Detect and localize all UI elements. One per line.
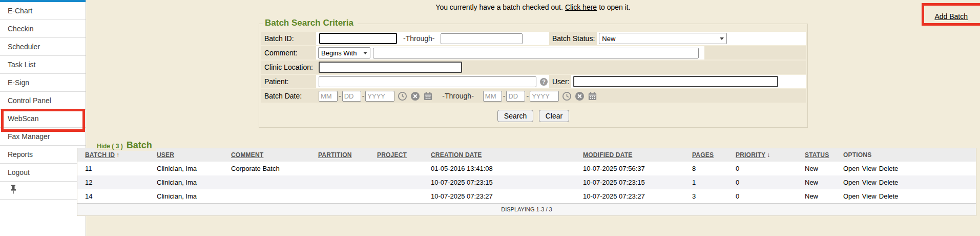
hide-results-link[interactable]: Hide ( 3 ) [97,143,123,150]
user-label: User: [549,75,571,88]
batch-date-to-dd-input[interactable] [506,91,525,102]
notice-text-after: to open it. [599,3,631,11]
table-row: 11Clinician, ImaCorporate Batch01-05-201… [77,162,976,175]
webscan-screen: E-ChartCheckinSchedulerTask ListE-SignCo… [0,0,980,236]
column-label[interactable]: MODIFIED DATE [583,151,632,159]
batch-id-from-input[interactable] [319,33,397,44]
clock-icon[interactable] [562,91,572,101]
through-label: -Through- [442,92,473,100]
clear-date-icon[interactable] [410,91,420,101]
column-label[interactable]: PAGES [692,151,714,159]
user-input[interactable] [573,76,778,87]
batch-results-legend: Hide ( 3 ) Batch [95,140,156,151]
cell-modified-date: 10-07-2025 07:23:27 [575,189,684,203]
batch-search-criteria-title: Batch Search Criteria [263,18,358,28]
column-header-modified-date[interactable]: MODIFIED DATE [575,148,684,162]
column-header-project[interactable]: PROJECT [369,148,423,162]
sidebar-item-control-panel[interactable]: Control Panel [0,92,86,110]
cell-pages: 8 [684,162,728,175]
patient-label: Patient: [261,75,316,88]
click-here-link[interactable]: Click here [565,3,597,11]
column-header-user[interactable]: USER [149,148,223,162]
batch-date-from-dd-input[interactable] [342,91,361,102]
sidebar-item-reports[interactable]: Reports [0,146,86,164]
column-label[interactable]: BATCH ID [85,151,115,159]
sidebar-item-checkin[interactable]: Checkin [0,20,86,38]
sidebar-item-logout[interactable]: Logout [0,164,86,182]
cell-pages: 3 [684,189,728,203]
delete-link[interactable]: Delete [879,179,899,186]
column-label[interactable]: PROJECT [377,151,407,159]
batch-date-to-yyyy-input[interactable] [530,91,559,102]
column-label[interactable]: PRIORITY [736,151,765,159]
date-dash: - [503,92,506,100]
table-row: 14Clinician, Ima10-07-2025 07:23:2710-07… [77,189,976,203]
cell-modified-date: 10-07-2025 07:23:15 [575,175,684,189]
results-paging-status: DISPLAYING 1-3 / 3 [77,203,976,215]
batch-status-selected-value: New [602,35,615,43]
column-label[interactable]: PARTITION [318,151,352,159]
cell-options: OpenViewDelete [836,189,976,203]
column-header-pages[interactable]: PAGES [684,148,728,162]
sidebar-item-webscan[interactable]: WebScan [0,110,86,128]
patient-input[interactable] [319,76,536,87]
calendar-icon[interactable] [588,91,597,101]
clear-date-icon[interactable] [575,91,585,101]
column-label[interactable]: STATUS [805,151,829,159]
cell-project [369,175,423,189]
form-buttons-row: Search Clear [261,110,806,122]
clock-icon[interactable] [398,91,407,101]
cell-user: Clinician, Ima [149,162,223,175]
cell-partition [310,175,369,189]
cell-modified-date: 10-07-2025 07:56:37 [575,162,684,175]
cell-status: New [797,162,836,175]
column-label: OPTIONS [843,151,871,159]
add-batch-link[interactable]: Add Batch [934,12,968,21]
batch-date-from-mm-input[interactable] [319,91,338,102]
batch-status-select[interactable]: New [599,33,727,44]
sidebar-pin-row[interactable] [0,182,86,200]
open-link[interactable]: Open [843,179,860,186]
column-header-creation-date[interactable]: CREATION DATE [423,148,575,162]
through-label: -Through- [403,34,434,43]
sidebar-item-fax-manager[interactable]: Fax Manager [0,128,86,146]
sidebar-item-e-chart[interactable]: E-Chart [0,2,86,20]
cell-partition [310,162,369,175]
column-header-priority[interactable]: PRIORITY↓ [728,148,797,162]
date-dash: - [526,92,529,100]
sidebar-item-scheduler[interactable]: Scheduler [0,38,86,56]
delete-link[interactable]: Delete [879,165,899,172]
view-link[interactable]: View [862,165,877,172]
results-header-row: BATCH ID↑USERCOMMENTPARTITIONPROJECTCREA… [77,148,976,162]
comment-match-selected-value: Begins With [321,49,357,57]
comment-match-select[interactable]: Begins With [318,47,370,58]
cell-comment: Corporate Batch [223,162,310,175]
sidebar-item-task-list[interactable]: Task List [0,56,86,74]
cell-batch-id: 12 [77,175,149,189]
calendar-icon[interactable] [423,91,433,101]
batch-date-to-mm-input[interactable] [483,91,502,102]
view-link[interactable]: View [862,179,877,186]
column-label[interactable]: COMMENT [231,151,263,159]
batch-id-to-input[interactable] [441,33,523,44]
sidebar-item-e-sign[interactable]: E-Sign [0,74,86,92]
column-header-comment[interactable]: COMMENT [223,148,310,162]
cell-pages: 1 [684,175,728,189]
delete-link[interactable]: Delete [879,192,899,200]
cell-priority: 0 [728,189,797,203]
batch-date-from-yyyy-input[interactable] [365,91,394,102]
column-label[interactable]: CREATION DATE [431,151,482,159]
clinic-location-label: Clinic Location: [261,61,316,74]
comment-input[interactable] [373,48,699,58]
clear-button[interactable]: Clear [539,110,569,122]
open-link[interactable]: Open [843,165,860,172]
view-link[interactable]: View [862,192,877,200]
column-label[interactable]: USER [157,151,174,159]
search-button[interactable]: Search [497,110,533,122]
help-icon[interactable]: ? [540,78,548,86]
column-header-partition[interactable]: PARTITION [310,148,369,162]
open-link[interactable]: Open [843,192,860,200]
clinic-location-input[interactable] [319,62,462,73]
column-header-status[interactable]: STATUS [797,148,836,162]
date-dash: - [362,92,365,100]
